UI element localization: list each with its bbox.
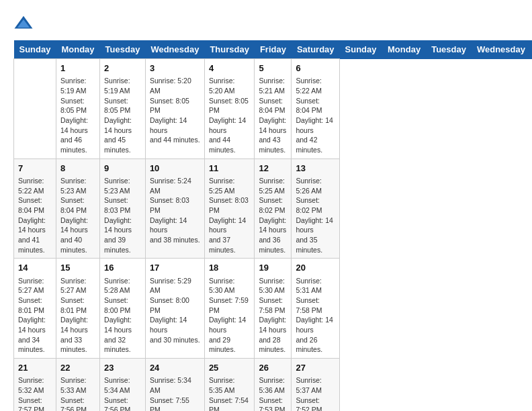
- day-cell: 24Sunrise: 5:34 AM Sunset: 7:55 PM Dayli…: [145, 359, 204, 411]
- day-cell: 13Sunrise: 5:26 AM Sunset: 8:02 PM Dayli…: [292, 158, 340, 259]
- day-number: 27: [296, 362, 335, 374]
- day-content: Sunrise: 5:33 AM Sunset: 7:56 PM Dayligh…: [60, 375, 95, 411]
- column-header-monday: Monday: [382, 40, 426, 59]
- day-cell: 6Sunrise: 5:22 AM Sunset: 8:04 PM Daylig…: [292, 59, 340, 159]
- column-header-wednesday: Wednesday: [472, 40, 531, 59]
- day-number: 8: [60, 163, 95, 175]
- day-number: 17: [150, 262, 200, 274]
- calendar-table: SundayMondayTuesdayWednesdayThursdayFrid…: [13, 40, 532, 411]
- day-cell: 18Sunrise: 5:30 AM Sunset: 7:59 PM Dayli…: [204, 259, 255, 359]
- week-row-3: 14Sunrise: 5:27 AM Sunset: 8:01 PM Dayli…: [14, 259, 533, 359]
- day-number: 1: [60, 62, 95, 75]
- day-number: 13: [296, 163, 335, 175]
- day-cell: 3Sunrise: 5:20 AM Sunset: 8:05 PM Daylig…: [145, 59, 204, 159]
- day-number: 20: [296, 262, 335, 274]
- header-row: SundayMondayTuesdayWednesdayThursdayFrid…: [14, 40, 533, 59]
- column-header-sunday: Sunday: [14, 40, 56, 59]
- day-content: Sunrise: 5:19 AM Sunset: 8:05 PM Dayligh…: [104, 76, 141, 155]
- day-cell: 25Sunrise: 5:35 AM Sunset: 7:54 PM Dayli…: [204, 359, 255, 411]
- day-number: 7: [18, 163, 52, 175]
- day-content: Sunrise: 5:37 AM Sunset: 7:52 PM Dayligh…: [296, 375, 335, 411]
- logo: [13, 13, 35, 34]
- day-content: Sunrise: 5:20 AM Sunset: 8:05 PM Dayligh…: [209, 76, 251, 155]
- column-header-tuesday: Tuesday: [100, 40, 146, 59]
- day-content: Sunrise: 5:28 AM Sunset: 8:00 PM Dayligh…: [104, 276, 141, 355]
- day-number: 23: [104, 362, 141, 374]
- day-cell: 20Sunrise: 5:31 AM Sunset: 7:58 PM Dayli…: [292, 259, 340, 359]
- day-content: Sunrise: 5:27 AM Sunset: 8:01 PM Dayligh…: [60, 276, 95, 355]
- day-number: 25: [209, 362, 251, 374]
- day-cell: 17Sunrise: 5:29 AM Sunset: 8:00 PM Dayli…: [145, 259, 204, 359]
- day-content: Sunrise: 5:34 AM Sunset: 7:56 PM Dayligh…: [104, 375, 141, 411]
- day-content: Sunrise: 5:35 AM Sunset: 7:54 PM Dayligh…: [209, 375, 251, 411]
- day-cell: 10Sunrise: 5:24 AM Sunset: 8:03 PM Dayli…: [145, 158, 204, 259]
- day-cell: [14, 59, 56, 159]
- day-cell: 19Sunrise: 5:30 AM Sunset: 7:58 PM Dayli…: [255, 259, 292, 359]
- day-cell: 26Sunrise: 5:36 AM Sunset: 7:53 PM Dayli…: [255, 359, 292, 411]
- day-cell: 5Sunrise: 5:21 AM Sunset: 8:04 PM Daylig…: [255, 59, 292, 159]
- day-content: Sunrise: 5:24 AM Sunset: 8:03 PM Dayligh…: [150, 176, 200, 245]
- day-content: Sunrise: 5:27 AM Sunset: 8:01 PM Dayligh…: [18, 276, 52, 355]
- day-number: 26: [259, 362, 287, 374]
- day-number: 2: [104, 62, 141, 75]
- day-content: Sunrise: 5:31 AM Sunset: 7:58 PM Dayligh…: [296, 276, 335, 355]
- day-content: Sunrise: 5:25 AM Sunset: 8:03 PM Dayligh…: [209, 176, 251, 255]
- day-number: 15: [60, 262, 95, 274]
- day-content: Sunrise: 5:34 AM Sunset: 7:55 PM Dayligh…: [150, 375, 200, 411]
- day-content: Sunrise: 5:23 AM Sunset: 8:04 PM Dayligh…: [60, 176, 95, 255]
- logo-icon: [13, 13, 34, 34]
- day-cell: 2Sunrise: 5:19 AM Sunset: 8:05 PM Daylig…: [100, 59, 146, 159]
- column-header-sunday: Sunday: [340, 40, 382, 59]
- day-cell: 23Sunrise: 5:34 AM Sunset: 7:56 PM Dayli…: [100, 359, 146, 411]
- day-content: Sunrise: 5:23 AM Sunset: 8:03 PM Dayligh…: [104, 176, 141, 255]
- day-number: 24: [150, 362, 200, 374]
- column-header-thursday: Thursday: [204, 40, 255, 59]
- day-number: 10: [150, 163, 200, 175]
- day-cell: 7Sunrise: 5:22 AM Sunset: 8:04 PM Daylig…: [14, 158, 56, 259]
- day-number: 19: [259, 262, 287, 274]
- day-number: 16: [104, 262, 141, 274]
- week-row-1: 1Sunrise: 5:19 AM Sunset: 8:05 PM Daylig…: [14, 59, 533, 159]
- day-content: Sunrise: 5:32 AM Sunset: 7:57 PM Dayligh…: [18, 375, 52, 411]
- day-cell: 8Sunrise: 5:23 AM Sunset: 8:04 PM Daylig…: [56, 158, 99, 259]
- day-cell: 4Sunrise: 5:20 AM Sunset: 8:05 PM Daylig…: [204, 59, 255, 159]
- column-header-tuesday: Tuesday: [426, 40, 472, 59]
- day-number: 11: [209, 163, 251, 175]
- day-content: Sunrise: 5:22 AM Sunset: 8:04 PM Dayligh…: [296, 76, 335, 155]
- day-cell: 27Sunrise: 5:37 AM Sunset: 7:52 PM Dayli…: [292, 359, 340, 411]
- page-header: [13, 13, 519, 34]
- day-content: Sunrise: 5:22 AM Sunset: 8:04 PM Dayligh…: [18, 176, 52, 255]
- day-number: 9: [104, 163, 141, 175]
- day-number: 14: [18, 262, 52, 274]
- day-number: 21: [18, 362, 52, 374]
- day-cell: 22Sunrise: 5:33 AM Sunset: 7:56 PM Dayli…: [56, 359, 99, 411]
- day-number: 6: [296, 62, 335, 75]
- day-cell: 9Sunrise: 5:23 AM Sunset: 8:03 PM Daylig…: [100, 158, 146, 259]
- day-number: 3: [150, 62, 200, 75]
- week-row-4: 21Sunrise: 5:32 AM Sunset: 7:57 PM Dayli…: [14, 359, 533, 411]
- day-cell: 11Sunrise: 5:25 AM Sunset: 8:03 PM Dayli…: [204, 158, 255, 259]
- day-cell: 21Sunrise: 5:32 AM Sunset: 7:57 PM Dayli…: [14, 359, 56, 411]
- day-cell: 12Sunrise: 5:25 AM Sunset: 8:02 PM Dayli…: [255, 158, 292, 259]
- day-number: 18: [209, 262, 251, 274]
- day-content: Sunrise: 5:26 AM Sunset: 8:02 PM Dayligh…: [296, 176, 335, 255]
- day-number: 4: [209, 62, 251, 75]
- day-number: 5: [259, 62, 287, 75]
- day-cell: 14Sunrise: 5:27 AM Sunset: 8:01 PM Dayli…: [14, 259, 56, 359]
- day-content: Sunrise: 5:20 AM Sunset: 8:05 PM Dayligh…: [150, 76, 200, 145]
- column-header-friday: Friday: [255, 40, 292, 59]
- day-content: Sunrise: 5:25 AM Sunset: 8:02 PM Dayligh…: [259, 176, 287, 255]
- column-header-saturday: Saturday: [292, 40, 340, 59]
- day-content: Sunrise: 5:21 AM Sunset: 8:04 PM Dayligh…: [259, 76, 287, 155]
- day-number: 12: [259, 163, 287, 175]
- day-cell: 15Sunrise: 5:27 AM Sunset: 8:01 PM Dayli…: [56, 259, 99, 359]
- week-row-2: 7Sunrise: 5:22 AM Sunset: 8:04 PM Daylig…: [14, 158, 533, 259]
- day-content: Sunrise: 5:36 AM Sunset: 7:53 PM Dayligh…: [259, 375, 287, 411]
- column-header-monday: Monday: [56, 40, 99, 59]
- day-content: Sunrise: 5:19 AM Sunset: 8:05 PM Dayligh…: [60, 76, 95, 155]
- day-content: Sunrise: 5:30 AM Sunset: 7:59 PM Dayligh…: [209, 276, 251, 355]
- day-number: 22: [60, 362, 95, 374]
- day-cell: 16Sunrise: 5:28 AM Sunset: 8:00 PM Dayli…: [100, 259, 146, 359]
- day-content: Sunrise: 5:29 AM Sunset: 8:00 PM Dayligh…: [150, 276, 200, 345]
- day-cell: 1Sunrise: 5:19 AM Sunset: 8:05 PM Daylig…: [56, 59, 99, 159]
